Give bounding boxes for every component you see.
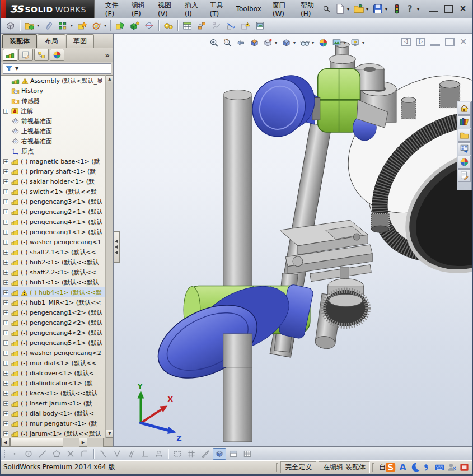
- dropdown-arrow-icon[interactable]: ▾: [312, 40, 316, 45]
- dropdown-arrow-icon[interactable]: ▾: [293, 40, 298, 45]
- display-style-button[interactable]: [280, 36, 293, 49]
- dropdown-arrow-icon[interactable]: ▾: [275, 40, 279, 45]
- tree-item[interactable]: +(-) pengencang4<2> (默认: [1, 328, 105, 338]
- scroll-down-button[interactable]: ▼: [106, 430, 114, 438]
- new-document-button[interactable]: [334, 3, 345, 15]
- maximize-button[interactable]: [444, 5, 453, 13]
- menu-窗口[interactable]: 窗口(W): [268, 0, 294, 20]
- dropdown-arrow-icon[interactable]: ▾: [344, 40, 348, 45]
- sketch-fillet-button[interactable]: [78, 448, 91, 460]
- assembly-features-button[interactable]: [128, 19, 142, 32]
- scroll-left-button[interactable]: ◀: [1, 438, 10, 447]
- menu-编辑[interactable]: 编辑(E): [127, 0, 152, 20]
- minimize-document-button[interactable]: [430, 40, 440, 46]
- expand-icon[interactable]: +: [3, 209, 8, 214]
- tree-item[interactable]: +(-) washer pengencang<2: [1, 348, 105, 358]
- account-tools-icon[interactable]: [447, 462, 457, 473]
- grid-snap-button[interactable]: [185, 448, 198, 460]
- tree-item[interactable]: +(-) mur pengatur<1> (默: [1, 418, 105, 428]
- menu-文件[interactable]: 文件(F): [100, 0, 125, 20]
- minimize-button[interactable]: [429, 6, 438, 12]
- move-component-button[interactable]: [90, 19, 104, 32]
- close-button[interactable]: ×: [458, 5, 467, 13]
- sketch-point-button[interactable]: [8, 448, 21, 460]
- solidworks-resources-button[interactable]: [458, 102, 471, 115]
- tree-item[interactable]: +(-) swicth<1> (默认<<默: [1, 186, 105, 197]
- section-view-button[interactable]: [248, 36, 261, 49]
- punctuation-icon[interactable]: [422, 462, 433, 473]
- sketch-line-button[interactable]: [36, 448, 49, 460]
- dropdown-arrow-icon[interactable]: ▾: [417, 7, 422, 12]
- tree-item[interactable]: +(-) dialcover<1> (默认<: [1, 368, 105, 378]
- tree-item[interactable]: +(-) kaca<1> (默认<<默认: [1, 388, 105, 398]
- zoom-to-area-button[interactable]: [221, 36, 234, 49]
- assembly-visualization-button[interactable]: [238, 19, 252, 32]
- bill-of-materials-button[interactable]: [180, 19, 194, 32]
- open-document-button[interactable]: [353, 3, 364, 15]
- expand-icon[interactable]: +: [3, 199, 8, 204]
- apply-scene-button[interactable]: [330, 36, 343, 49]
- expand-icon[interactable]: +: [3, 169, 8, 174]
- menu-插入[interactable]: 插入(I): [180, 0, 204, 20]
- motion-study-button[interactable]: [161, 19, 175, 32]
- expand-icon[interactable]: +: [3, 290, 8, 295]
- performance-monitor-button[interactable]: [391, 3, 402, 15]
- tree-item[interactable]: 右视基准面: [1, 136, 105, 146]
- expand-icon[interactable]: +: [3, 361, 8, 366]
- panel-overflow-button[interactable]: »: [105, 51, 110, 59]
- tree-item[interactable]: +(-) pengencang5<1> (默认: [1, 338, 105, 348]
- tree-item[interactable]: +(-) dial body<1> (默认<: [1, 408, 105, 418]
- expand-icon[interactable]: +: [3, 431, 8, 436]
- tree-item[interactable]: +(-) insert jarum<1> (默: [1, 398, 105, 408]
- edit-component-button[interactable]: [3, 19, 17, 32]
- panel-splitter-handle[interactable]: [113, 231, 120, 263]
- expand-icon[interactable]: +: [3, 310, 8, 315]
- tree-item[interactable]: +(-) pengencang1<1> (默认: [1, 227, 105, 237]
- tree-vertical-scrollbar[interactable]: ▲ ▼: [105, 75, 113, 438]
- help-button[interactable]: ?: [404, 3, 415, 15]
- expand-icon[interactable]: +: [3, 411, 8, 416]
- preview-window-button[interactable]: [253, 19, 267, 32]
- expand-icon[interactable]: +: [3, 179, 8, 184]
- tree-item[interactable]: History: [1, 86, 105, 96]
- parallel-relation-button[interactable]: [124, 448, 138, 460]
- dropdown-arrow-icon[interactable]: ▾: [37, 23, 41, 28]
- tree-item[interactable]: +(-) jarum<1> (默认<<默认: [1, 428, 105, 438]
- collapse-left-pane-button[interactable]: ‹]: [401, 38, 411, 46]
- design-library-button[interactable]: [458, 115, 471, 128]
- menu-工具[interactable]: 工具(T): [205, 0, 230, 20]
- sogou-input-icon[interactable]: [385, 462, 396, 473]
- expand-icon[interactable]: +: [3, 320, 8, 325]
- expand-icon[interactable]: +: [3, 351, 8, 356]
- dropdown-arrow-icon[interactable]: ▾: [366, 7, 371, 12]
- smart-fasteners-button[interactable]: [75, 19, 89, 32]
- scroll-up-button[interactable]: ▲: [106, 75, 114, 83]
- tree-item[interactable]: +(-) washer pengencang<1: [1, 237, 105, 247]
- tree-item[interactable]: +(-) primary shaft<1> (默: [1, 166, 105, 176]
- expand-icon[interactable]: +: [3, 159, 8, 164]
- tree-item[interactable]: +(-) shaft2.1<1> (默认<<: [1, 247, 105, 257]
- explode-line-sketch-button[interactable]: [209, 19, 223, 32]
- tree-item[interactable]: +(-) pengencang4<1> (默认: [1, 217, 105, 227]
- expand-icon[interactable]: +: [3, 330, 8, 335]
- exploded-view-button[interactable]: [195, 19, 209, 32]
- expand-icon[interactable]: +: [3, 340, 8, 346]
- tree-item[interactable]: +(-) pengencang1<2> (默认: [1, 307, 105, 318]
- dropdown-arrow-icon[interactable]: ▾: [385, 7, 390, 12]
- tab-草图[interactable]: 草图: [66, 34, 94, 48]
- edit-appearance-button[interactable]: [317, 36, 330, 49]
- measure-button[interactable]: [199, 448, 212, 460]
- reference-geometry-button[interactable]: [142, 19, 156, 32]
- dropdown-arrow-icon[interactable]: ▾: [71, 23, 74, 28]
- expand-icon[interactable]: +: [3, 371, 8, 376]
- expand-icon[interactable]: +: [3, 230, 8, 235]
- expand-icon[interactable]: +: [3, 260, 8, 265]
- shaded-with-edges-button[interactable]: [213, 448, 226, 460]
- expand-icon[interactable]: +: [3, 401, 8, 406]
- expand-icon[interactable]: +: [3, 381, 8, 386]
- dropdown-arrow-icon[interactable]: ▾: [362, 40, 367, 45]
- tree-item[interactable]: 原点: [1, 146, 105, 156]
- toolbar-grip[interactable]: [2, 449, 6, 459]
- tree-item[interactable]: +(-) shaft2.2<1> (默认<<: [1, 267, 105, 277]
- tree-item[interactable]: 上视基准面: [1, 126, 105, 136]
